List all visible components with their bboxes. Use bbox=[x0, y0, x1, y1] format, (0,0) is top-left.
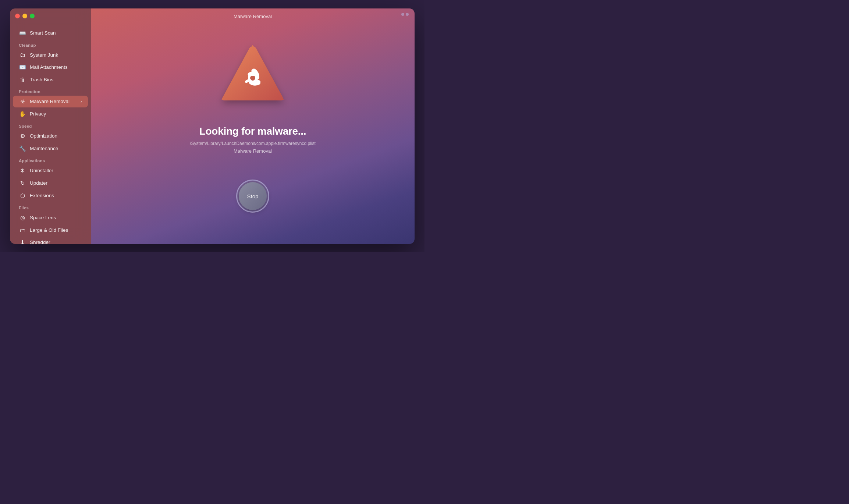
scan-path: /System/Library/LaunchDaemons/com.apple.… bbox=[190, 141, 315, 146]
sidebar-item-label: Mail Attachments bbox=[30, 64, 68, 70]
sidebar-item-label: Malware Removal bbox=[30, 99, 70, 104]
sidebar-item-label: Uninstaller bbox=[30, 168, 53, 173]
sidebar-item-maintenance[interactable]: 🔧 Maintenance bbox=[13, 143, 88, 155]
space-lens-icon: ◎ bbox=[19, 214, 26, 221]
scan-title: Looking for malware... bbox=[199, 125, 306, 137]
stop-button-wrap: Stop bbox=[236, 180, 269, 213]
sidebar: ⌨️ Smart Scan Cleanup 🗂 System Junk ✉️ M… bbox=[10, 8, 91, 244]
sidebar-item-large-old-files[interactable]: 🗃 Large & Old Files bbox=[13, 224, 88, 236]
sidebar-item-label: Space Lens bbox=[30, 215, 56, 220]
sidebar-item-updater[interactable]: ↻ Updater bbox=[13, 177, 88, 189]
uninstaller-icon: ❄ bbox=[19, 167, 26, 174]
extensions-icon: ⬡ bbox=[19, 192, 26, 199]
sidebar-item-shredder[interactable]: ⬇ Shredder bbox=[13, 237, 88, 244]
sidebar-item-optimization[interactable]: ⚙ Optimization bbox=[13, 130, 88, 142]
svg-point-4 bbox=[237, 180, 269, 212]
sidebar-item-mail-attachments[interactable]: ✉️ Mail Attachments bbox=[13, 61, 88, 73]
sidebar-item-label: Privacy bbox=[30, 111, 46, 117]
stop-button-ring: Stop bbox=[236, 180, 269, 213]
app-window: ⌨️ Smart Scan Cleanup 🗂 System Junk ✉️ M… bbox=[10, 8, 415, 244]
sidebar-item-label: System Junk bbox=[30, 52, 58, 58]
sidebar-item-label: Shredder bbox=[30, 239, 50, 244]
sidebar-item-malware-removal[interactable]: ☣ Malware Removal › bbox=[13, 96, 88, 107]
protection-section-label: Protection bbox=[10, 86, 91, 95]
progress-ring-svg bbox=[236, 180, 269, 213]
menu-dot-2 bbox=[406, 13, 409, 16]
biohazard-icon bbox=[216, 39, 289, 113]
maintenance-icon: 🔧 bbox=[19, 145, 26, 152]
traffic-lights bbox=[15, 14, 35, 18]
shredder-icon: ⬇ bbox=[19, 239, 26, 244]
sidebar-item-label: Maintenance bbox=[30, 146, 58, 151]
sidebar-item-privacy[interactable]: ✋ Privacy bbox=[13, 108, 88, 120]
sidebar-item-uninstaller[interactable]: ❄ Uninstaller bbox=[13, 165, 88, 177]
trash-icon: 🗑 bbox=[19, 77, 26, 83]
sidebar-item-label: Large & Old Files bbox=[30, 227, 68, 233]
privacy-icon: ✋ bbox=[19, 111, 26, 117]
applications-section-label: Applications bbox=[10, 155, 91, 164]
sidebar-item-label: Smart Scan bbox=[30, 30, 56, 36]
smart-scan-icon: ⌨️ bbox=[19, 30, 26, 36]
cleanup-section-label: Cleanup bbox=[10, 39, 91, 49]
sidebar-item-label: Updater bbox=[30, 180, 47, 186]
sidebar-item-extensions[interactable]: ⬡ Extensions bbox=[13, 190, 88, 202]
malware-icon-wrap bbox=[216, 39, 289, 114]
mail-icon: ✉️ bbox=[19, 64, 26, 71]
nav-arrow-icon: › bbox=[81, 99, 82, 104]
system-junk-icon: 🗂 bbox=[19, 52, 26, 58]
updater-icon: ↻ bbox=[19, 180, 26, 187]
window-title: Malware Removal bbox=[234, 14, 272, 19]
svg-line-3 bbox=[246, 80, 250, 82]
sidebar-item-smart-scan[interactable]: ⌨️ Smart Scan bbox=[13, 27, 88, 39]
menu-dot-1 bbox=[401, 13, 404, 16]
scan-subtitle: Malware Removal bbox=[234, 148, 272, 154]
sidebar-item-label: Optimization bbox=[30, 133, 57, 139]
optimization-icon: ⚙ bbox=[19, 133, 26, 139]
minimize-button[interactable] bbox=[22, 14, 27, 18]
svg-line-2 bbox=[256, 80, 259, 82]
top-right-menu[interactable] bbox=[401, 13, 409, 16]
close-button[interactable] bbox=[15, 14, 20, 18]
main-content: Malware Removal bbox=[91, 8, 415, 244]
sidebar-item-system-junk[interactable]: 🗂 System Junk bbox=[13, 49, 88, 61]
malware-removal-icon: ☣ bbox=[19, 98, 26, 105]
files-section-label: Files bbox=[10, 202, 91, 212]
sidebar-item-label: Extensions bbox=[30, 193, 54, 198]
sidebar-item-trash-bins[interactable]: 🗑 Trash Bins bbox=[13, 74, 88, 85]
sidebar-item-space-lens[interactable]: ◎ Space Lens bbox=[13, 212, 88, 224]
speed-section-label: Speed bbox=[10, 120, 91, 130]
maximize-button[interactable] bbox=[30, 14, 35, 18]
sidebar-item-label: Trash Bins bbox=[30, 77, 53, 82]
large-files-icon: 🗃 bbox=[19, 227, 26, 233]
